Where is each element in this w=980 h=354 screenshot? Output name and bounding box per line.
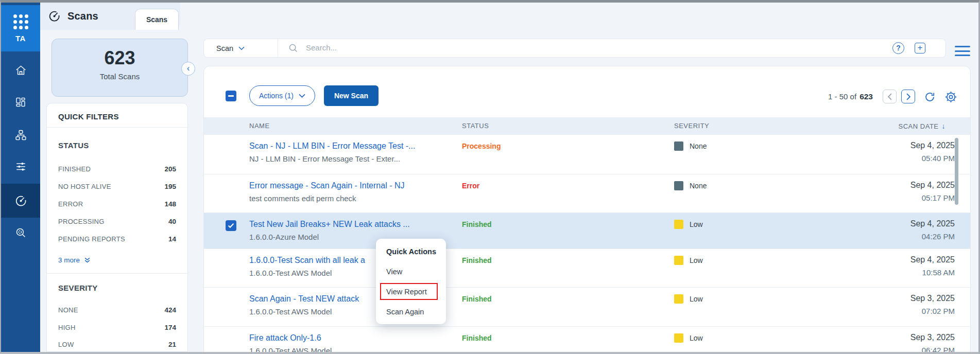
divider [47, 127, 187, 128]
next-page-button[interactable] [901, 90, 915, 103]
severity-label: Low [690, 295, 703, 303]
filter-count: 174 [164, 324, 176, 331]
scan-subtitle: test comments edit perm check [249, 194, 356, 203]
scan-time: 10:58 AM [922, 268, 955, 277]
refresh-button[interactable] [923, 91, 936, 103]
menu-icon[interactable] [955, 46, 970, 57]
sidebar-item-home[interactable] [1, 58, 40, 82]
check-icon [228, 223, 234, 228]
scan-subtitle: NJ - LLM BIN - Error Message Test - Exte… [249, 154, 400, 163]
search-scope-dropdown[interactable]: Scan [216, 39, 245, 57]
scan-date: Sep 4, 2025 [910, 181, 955, 190]
filter-count: 21 [168, 341, 176, 348]
show-more-label: 3 more [58, 256, 80, 264]
vertical-scrollbar[interactable] [955, 138, 958, 205]
row-checkbox-checked[interactable] [226, 220, 236, 231]
pagination-range: 1 - 50 of [828, 92, 856, 101]
severity-section-title: SEVERITY [58, 284, 98, 292]
filter-finished[interactable]: FINISHED 205 [58, 164, 176, 173]
previous-page-button[interactable] [883, 90, 897, 103]
scan-name-link[interactable]: Scan Again - Test NEW attack [249, 294, 359, 304]
scan-name-link[interactable]: Test New Jail Breaks+ NEW Leak attacks .… [249, 220, 410, 229]
severity-label: None [690, 182, 707, 190]
scan-date-label: SCAN DATE [899, 122, 939, 130]
table-row-selected[interactable]: Test New Jail Breaks+ NEW Leak attacks .… [204, 213, 970, 249]
total-scans-value: 623 [52, 47, 187, 69]
table-row[interactable]: Scan Again - Test NEW attack 1.6.0.0-Tes… [204, 287, 970, 326]
filter-label: NO HOST ALIVE [58, 183, 111, 190]
app-launcher-tile[interactable]: TA [1, 5, 40, 51]
severity-cell: Low [674, 333, 703, 343]
filter-error[interactable]: ERROR 148 [58, 199, 176, 208]
filter-no-host-alive[interactable]: NO HOST ALIVE 195 [58, 182, 176, 191]
filter-label: LOW [58, 341, 74, 348]
actions-dropdown-button[interactable]: Actions (1) [249, 85, 315, 106]
severity-cell: None [674, 141, 707, 151]
chevron-down-icon [238, 46, 245, 50]
scan-time: 07:02 PM [922, 307, 955, 315]
scan-name-link[interactable]: Error message - Scan Again - Internal - … [249, 181, 404, 190]
filter-processing[interactable]: PROCESSING 40 [58, 217, 176, 226]
scan-name-link[interactable]: Fire attack Only-1.6 [249, 333, 321, 343]
table-row[interactable]: Scan - NJ - LLM BIN - Error Message Test… [204, 135, 970, 174]
filter-count: 195 [164, 183, 176, 190]
sidebar-item-scans[interactable] [1, 184, 40, 218]
column-header-status[interactable]: STATUS [462, 122, 489, 130]
settings-button[interactable] [944, 90, 958, 104]
sidebar-item-asset-search[interactable] [1, 220, 40, 245]
quick-filters-panel: QUICK FILTERS STATUS FINISHED 205 NO HOS… [46, 103, 188, 352]
filter-severity-high[interactable]: HIGH 174 [58, 323, 176, 332]
user-avatar[interactable]: TA [15, 34, 26, 43]
scan-time: 04:26 PM [922, 232, 955, 241]
refresh-icon [923, 91, 936, 103]
filter-label: NONE [58, 306, 78, 314]
column-header-name[interactable]: NAME [249, 122, 270, 130]
sort-desc-icon: ↓ [942, 122, 946, 130]
severity-label: None [690, 142, 707, 150]
double-chevron-down-icon [84, 257, 91, 263]
sidebar-item-dashboard[interactable] [1, 90, 40, 114]
filter-severity-low[interactable]: LOW 21 [58, 340, 176, 349]
table-header-row: NAME STATUS SEVERITY SCAN DATE ↓ [204, 117, 970, 135]
sidebar-item-settings[interactable] [1, 154, 40, 179]
quick-actions-menu: Quick Actions View View Report Scan Agai… [376, 239, 446, 324]
tab-scans[interactable]: Scans [135, 9, 179, 30]
menu-item-scan-again[interactable]: Scan Again [386, 308, 424, 316]
scans-title-icon [47, 9, 61, 23]
column-header-scan-date[interactable]: SCAN DATE ↓ [899, 122, 945, 130]
chevron-right-icon [906, 93, 911, 100]
search-assets-icon [14, 226, 27, 239]
scan-name-link[interactable]: Scan - NJ - LLM BIN - Error Message Test… [249, 141, 415, 151]
sidebar: TA [1, 3, 40, 352]
sidebar-item-assets[interactable] [1, 122, 40, 147]
severity-cell: Low [674, 294, 703, 304]
new-scan-button[interactable]: New Scan [324, 85, 379, 106]
scan-name-link[interactable]: 1.6.0.0-Test Scan with all leak a [249, 256, 365, 265]
add-icon[interactable]: + [915, 43, 925, 54]
table-row[interactable]: Fire attack Only-1.6 1.6.0.0-Test AWS Mo… [204, 326, 970, 352]
filter-pending-reports[interactable]: PENDING REPORTS 14 [58, 234, 176, 243]
severity-label: Low [690, 220, 703, 228]
search-input[interactable]: Search... [306, 43, 337, 52]
actions-label: Actions (1) [259, 92, 294, 100]
show-more-link[interactable]: 3 more [58, 256, 91, 264]
filter-label: HIGH [58, 324, 76, 331]
help-icon[interactable]: ? [892, 42, 904, 54]
collapse-panel-button[interactable]: ‹ [181, 62, 195, 76]
scan-date: Sep 3, 2025 [910, 294, 955, 303]
select-all-checkbox[interactable] [226, 91, 236, 101]
page-title: Scans [67, 10, 98, 22]
app-launcher-icon [13, 14, 28, 29]
scan-time: 06:42 PM [922, 346, 955, 354]
table-row[interactable]: 1.6.0.0-Test Scan with all leak a 1.6.0.… [204, 249, 970, 287]
scan-time: 05:40 PM [922, 154, 955, 163]
severity-swatch [674, 294, 683, 304]
menu-item-view[interactable]: View [386, 268, 402, 276]
column-header-severity[interactable]: SEVERITY [674, 122, 709, 130]
severity-swatch [674, 333, 683, 343]
table-row[interactable]: Error message - Scan Again - Internal - … [204, 174, 970, 213]
search-bar: Scan Search... ? + [203, 39, 946, 58]
severity-cell: Low [674, 256, 703, 265]
filter-severity-none[interactable]: NONE 424 [58, 305, 176, 314]
filter-label: PROCESSING [58, 218, 105, 225]
